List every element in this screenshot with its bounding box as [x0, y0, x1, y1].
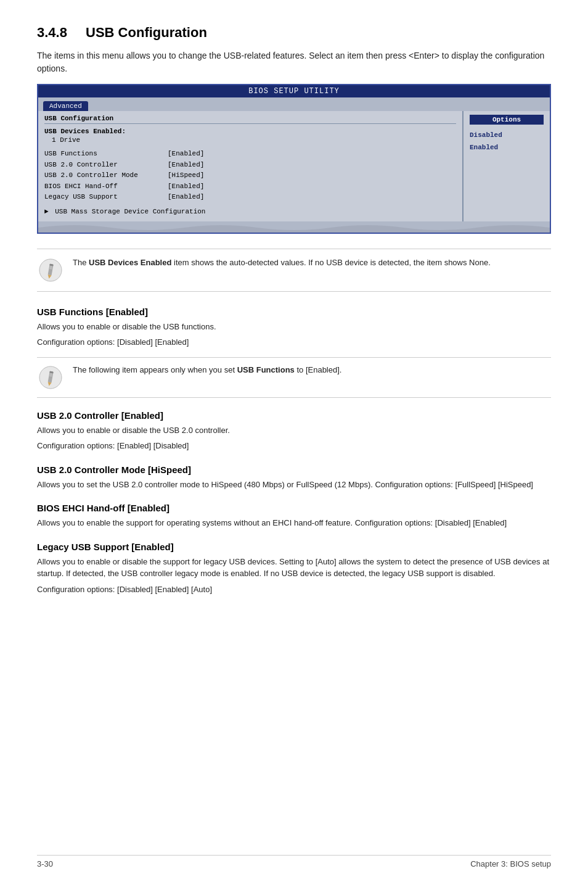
note-text-after-1: item shows the auto-detected values. If …	[171, 258, 490, 267]
section-title: USB Configuration	[86, 25, 207, 40]
sub-heading-usb20-controller: USB 2.0 Controller [Enabled]	[37, 410, 551, 421]
section-heading: 3.4.8 USB Configuration	[37, 25, 551, 41]
sub-heading-bios-ehci: BIOS EHCI Hand-off [Enabled]	[37, 503, 551, 513]
pencil-icon	[37, 257, 64, 284]
bios-menu-row[interactable]: Legacy USB Support [Enabled]	[44, 192, 456, 203]
warning-text-after: to [Enabled].	[295, 365, 342, 374]
warning-text: The following item appears only when you…	[73, 364, 341, 376]
bios-menu-value-4: [Enabled]	[168, 192, 204, 203]
bios-menu-label-3: BIOS EHCI Hand-Off	[44, 181, 168, 192]
bios-right-panel: Options Disabled Enabled	[463, 111, 550, 221]
bios-menu-items: USB Functions [Enabled] USB 2.0 Controll…	[44, 149, 456, 203]
section-number: 3.4.8	[37, 25, 67, 40]
submenu-arrow-icon: ►	[44, 208, 49, 215]
bios-submenu-item[interactable]: ► USB Mass Storage Device Configuration	[44, 208, 456, 215]
bios-tab-advanced[interactable]: Advanced	[43, 101, 88, 111]
bios-menu-label-1: USB 2.0 Controller	[44, 160, 168, 171]
bios-tab-bar: Advanced	[38, 97, 550, 111]
bios-menu-value-0: [Enabled]	[168, 149, 204, 160]
sub-heading-legacy-usb: Legacy USB Support [Enabled]	[37, 542, 551, 552]
page-footer: 3-30 Chapter 3: BIOS setup	[37, 855, 551, 868]
sub-config-usb-functions: Configuration options: [Disabled] [Enabl…	[37, 336, 551, 349]
bios-wave-decoration	[38, 221, 550, 233]
sub-text-usb20-mode: Allows you to set the USB 2.0 controller…	[37, 479, 551, 491]
bios-section-title: USB Configuration	[44, 115, 456, 124]
bios-menu-row[interactable]: BIOS EHCI Hand-Off [Enabled]	[44, 181, 456, 192]
bios-submenu-label: USB Mass Storage Device Configuration	[55, 208, 205, 215]
sub-text-usb-functions: Allows you to enable or disable the USB …	[37, 321, 551, 333]
bios-menu-row[interactable]: USB Functions [Enabled]	[44, 149, 456, 160]
warning-text-before: The following item appears only when you…	[73, 365, 237, 374]
sub-heading-usb20-mode: USB 2.0 Controller Mode [HiSpeed]	[37, 464, 551, 475]
sub-text-legacy-usb: Allows you to enable or disable the supp…	[37, 556, 551, 580]
bios-left-panel: USB Configuration USB Devices Enabled: 1…	[38, 111, 463, 221]
bios-menu-row[interactable]: USB 2.0 Controller [Enabled]	[44, 160, 456, 171]
note-text-bold-1: USB Devices Enabled	[89, 258, 171, 267]
sub-config-legacy-usb: Configuration options: [Disabled] [Enabl…	[37, 584, 551, 596]
bios-menu-label-4: Legacy USB Support	[44, 192, 168, 203]
sub-heading-usb-functions: USB Functions [Enabled]	[37, 307, 551, 317]
warning-box: The following item appears only when you…	[37, 357, 551, 398]
bios-device-item: 1 Drive	[44, 136, 456, 144]
sub-text-bios-ehci: Allows you to enable the support for ope…	[37, 517, 551, 529]
footer-right: Chapter 3: BIOS setup	[470, 859, 551, 868]
bios-menu-value-2: [HiSpeed]	[168, 170, 204, 181]
bios-devices-label: USB Devices Enabled:	[44, 128, 456, 135]
bios-title-bar: BIOS SETUP UTILITY	[38, 85, 550, 97]
bios-menu-label-2: USB 2.0 Controller Mode	[44, 170, 168, 181]
note-text-normal-1: The	[73, 258, 89, 267]
note-text-1: The USB Devices Enabled item shows the a…	[73, 257, 491, 269]
bios-main-area: USB Configuration USB Devices Enabled: 1…	[38, 111, 550, 221]
pencil-icon-2	[37, 364, 64, 391]
bios-option-disabled[interactable]: Disabled	[470, 130, 544, 142]
note-box-1: The USB Devices Enabled item shows the a…	[37, 249, 551, 292]
bios-menu-value-1: [Enabled]	[168, 160, 204, 171]
footer-left: 3-30	[37, 859, 53, 868]
sub-config-usb20-controller: Configuration options: [Enabled] [Disabl…	[37, 440, 551, 452]
bios-option-enabled[interactable]: Enabled	[470, 142, 544, 154]
bios-options-title: Options	[470, 115, 544, 125]
sub-text-usb20-controller: Allows you to enable or disable the USB …	[37, 424, 551, 437]
bios-menu-label-0: USB Functions	[44, 149, 168, 160]
warning-text-bold: USB Functions	[237, 365, 295, 374]
bios-menu-row[interactable]: USB 2.0 Controller Mode [HiSpeed]	[44, 170, 456, 181]
bios-menu-value-3: [Enabled]	[168, 181, 204, 192]
intro-text: The items in this menu allows you to cha…	[37, 49, 551, 75]
bios-box: BIOS SETUP UTILITY Advanced USB Configur…	[37, 84, 551, 234]
